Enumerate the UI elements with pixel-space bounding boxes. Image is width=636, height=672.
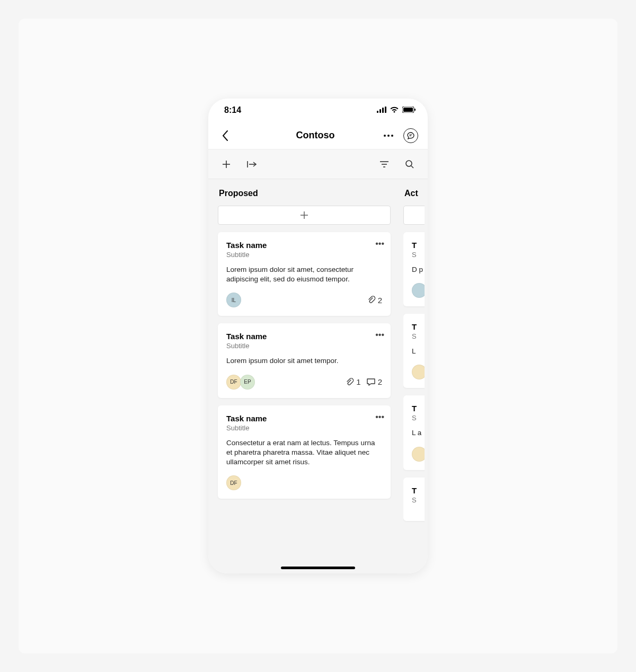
- avatar[interactable]: EP: [240, 375, 255, 390]
- card-body: L: [412, 347, 425, 356]
- card-title: T: [412, 241, 425, 250]
- card-title: Task name: [226, 332, 382, 341]
- card-avatars: DFEP: [226, 375, 254, 390]
- phone-frame: 8:14 Contoso: [208, 99, 428, 573]
- card-subtitle: S: [412, 414, 425, 422]
- avatar[interactable]: DF: [226, 475, 241, 490]
- task-card[interactable]: •••Task nameSubtitleLorem ipsum dolor si…: [218, 232, 391, 316]
- card-footer: IL2: [226, 293, 382, 307]
- card-meta: 12: [346, 377, 382, 386]
- card-subtitle: S: [412, 332, 425, 340]
- search-button[interactable]: [402, 157, 417, 172]
- card-avatars: DF: [226, 475, 240, 490]
- app-header: Contoso: [208, 122, 428, 149]
- add-button[interactable]: [219, 157, 234, 172]
- card-body: Lorem ipsum dolor sit amet tempor.: [226, 356, 382, 366]
- card-avatars: [412, 447, 425, 462]
- avatar[interactable]: [412, 283, 425, 298]
- card-subtitle: S: [412, 496, 425, 504]
- card-title: Task name: [226, 241, 382, 250]
- comment-icon: [366, 378, 376, 386]
- board-column: Act•••TSD p p•••TSL•••TSL a•••TS: [403, 189, 425, 573]
- kanban-board[interactable]: Proposed•••Task nameSubtitleLorem ipsum …: [208, 179, 428, 573]
- attachments-count: 1: [346, 377, 360, 386]
- board-toolbar: [208, 149, 428, 179]
- card-body: D p p: [412, 265, 425, 275]
- card-more-button[interactable]: •••: [375, 240, 384, 248]
- card-subtitle: Subtitle: [226, 342, 382, 350]
- card-avatars: IL: [226, 293, 240, 307]
- home-indicator: [281, 567, 355, 569]
- task-card[interactable]: •••TS: [403, 478, 425, 521]
- avatar[interactable]: [412, 447, 425, 462]
- page-title: Contoso: [250, 130, 381, 141]
- comments-count: 2: [366, 377, 382, 386]
- task-card[interactable]: •••Task nameSubtitleLorem ipsum dolor si…: [218, 323, 391, 397]
- svg-rect-1: [379, 109, 381, 113]
- avatar[interactable]: DF: [226, 375, 241, 390]
- svg-line-20: [411, 166, 413, 168]
- task-card[interactable]: •••Task nameSubtitleConsectetur a erat n…: [218, 405, 391, 499]
- card-title: T: [412, 404, 425, 413]
- card-footer: DF: [226, 475, 382, 490]
- task-card[interactable]: •••TSL: [403, 314, 425, 388]
- card-footer: [412, 283, 425, 298]
- card-body: Lorem ipsum dolor sit amet, consectetur …: [226, 265, 382, 284]
- svg-point-19: [406, 161, 412, 166]
- svg-point-8: [387, 135, 390, 137]
- board-column: Proposed•••Task nameSubtitleLorem ipsum …: [218, 189, 391, 573]
- status-icons: [377, 105, 416, 115]
- battery-icon: [402, 105, 416, 115]
- task-card[interactable]: •••TSL a: [403, 395, 425, 470]
- svg-rect-3: [385, 107, 386, 113]
- chat-button[interactable]: [403, 128, 418, 143]
- attachments-count: 2: [367, 296, 382, 305]
- expand-button[interactable]: [244, 157, 259, 172]
- card-footer: [412, 365, 425, 379]
- card-meta: 2: [367, 296, 382, 305]
- card-title: T: [412, 486, 425, 495]
- card-footer: DFEP12: [226, 375, 382, 390]
- more-button[interactable]: [381, 128, 396, 143]
- svg-rect-5: [403, 108, 413, 112]
- column-title: Act: [403, 189, 425, 198]
- canvas: 8:14 Contoso: [19, 19, 617, 653]
- svg-point-9: [391, 135, 393, 137]
- status-bar: 8:14: [208, 99, 428, 122]
- card-subtitle: Subtitle: [226, 251, 382, 259]
- svg-point-7: [384, 135, 386, 137]
- card-body: L a: [412, 428, 425, 438]
- card-subtitle: Subtitle: [226, 424, 382, 432]
- svg-rect-6: [414, 109, 416, 111]
- cellular-icon: [377, 105, 386, 115]
- task-card[interactable]: •••TSD p p: [403, 232, 425, 306]
- card-avatars: [412, 365, 425, 379]
- paperclip-icon: [367, 296, 376, 304]
- filter-button[interactable]: [377, 157, 392, 172]
- paperclip-icon: [346, 378, 354, 386]
- add-card-button[interactable]: [403, 206, 425, 225]
- add-card-button[interactable]: [218, 206, 391, 225]
- card-title: T: [412, 322, 425, 331]
- card-more-button[interactable]: •••: [375, 331, 384, 339]
- card-avatars: [412, 283, 425, 298]
- wifi-icon: [390, 105, 399, 115]
- back-button[interactable]: [218, 128, 233, 143]
- card-subtitle: S: [412, 251, 425, 259]
- card-more-button[interactable]: •••: [375, 413, 384, 421]
- card-footer: [412, 447, 425, 462]
- card-title: Task name: [226, 414, 382, 423]
- status-time: 8:14: [224, 105, 241, 115]
- card-body: Consectetur a erat nam at lectus. Tempus…: [226, 438, 382, 467]
- svg-rect-2: [382, 108, 384, 113]
- avatar[interactable]: IL: [226, 293, 241, 307]
- column-title: Proposed: [218, 189, 391, 198]
- svg-rect-0: [377, 111, 378, 113]
- avatar[interactable]: [412, 365, 425, 379]
